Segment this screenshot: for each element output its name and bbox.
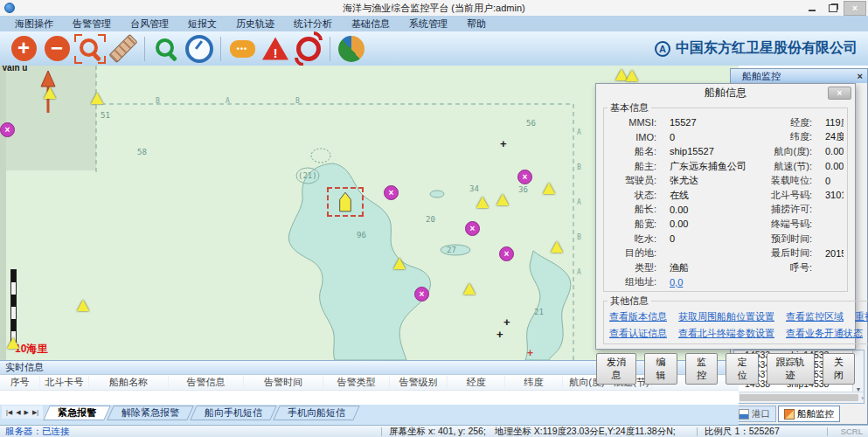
menu-item-history-track[interactable]: 历史轨迹: [226, 17, 284, 31]
search-icon[interactable]: [149, 33, 183, 65]
ship-info-row: 船主:广东远东捕鱼公司航速(节):0.00: [608, 159, 844, 174]
field-label: 纬度:: [747, 130, 812, 143]
ship-x-marker[interactable]: ×: [0, 122, 15, 137]
map-scale-label: 10海里: [15, 342, 47, 357]
ship-marker[interactable]: [551, 241, 563, 253]
tab-phone-to-ship-sms[interactable]: 手机向船短信: [273, 406, 360, 420]
chart-cross-symbol: +: [503, 317, 510, 327]
field-value: 119度35.40分E: [812, 116, 844, 129]
ship-x-marker[interactable]: ×: [384, 185, 399, 200]
toolbar-separator: [144, 37, 145, 61]
monitor-button[interactable]: 监控: [685, 353, 718, 385]
fetch-around-ships-position-setting-link[interactable]: 获取周围船舶位置设置: [678, 310, 774, 323]
company-name: 中国东方红卫星股份有限公司: [676, 39, 858, 58]
ship-marker[interactable]: [7, 337, 19, 349]
measure-ruler-icon[interactable]: [107, 33, 140, 65]
depth-label: 56: [526, 119, 536, 128]
scroll-right-icon[interactable]: ›: [861, 394, 864, 402]
zoom-in-icon[interactable]: +: [7, 33, 40, 65]
column-header-3[interactable]: 告警信息: [169, 376, 244, 389]
depth-label: (21): [298, 171, 317, 180]
menu-item-system-management[interactable]: 系统管理: [399, 17, 457, 31]
toolbar: +−•••! A 中国东方红卫星股份有限公司: [0, 31, 868, 66]
menu-item-typhoon-management[interactable]: 台风管理: [121, 17, 178, 31]
menu-item-map-operations[interactable]: 海图操作: [5, 17, 63, 31]
tab-ship-to-phone-sms[interactable]: 船向手机短信: [190, 406, 277, 420]
reinitialize-link[interactable]: 重初始化: [855, 310, 868, 323]
panel-tab-port[interactable]: 港口: [733, 406, 776, 422]
tab-emergency-alarm[interactable]: 紧急报警: [43, 406, 111, 420]
cable-symbol-label: B: [577, 233, 581, 241]
statistics-pie-icon[interactable]: [335, 33, 368, 65]
ship-marker[interactable]: [393, 258, 406, 269]
column-header-5[interactable]: 告警类型: [323, 376, 390, 389]
edit-button[interactable]: 编辑: [644, 353, 677, 385]
cable-symbol-label: A: [577, 128, 581, 136]
ship-marker[interactable]: [626, 70, 638, 81]
column-header-7[interactable]: 经度: [448, 376, 505, 389]
menu-item-alarm-management[interactable]: 告警管理: [63, 17, 121, 31]
restore-button[interactable]: [823, 2, 844, 15]
view-service-open-status-link[interactable]: 查看业务开通状态: [786, 327, 863, 340]
basic-info-group: 基本信息 MMSI:15527经度:119度35.40分EIMO:0纬度:24度…: [603, 101, 848, 292]
view-monitor-region-link[interactable]: 查看监控区域: [786, 310, 844, 323]
ship-marker[interactable]: [77, 300, 89, 311]
column-header-8[interactable]: 纬度: [505, 376, 563, 389]
ship-x-marker[interactable]: ×: [414, 287, 429, 302]
field-value: 0.00: [656, 218, 747, 229]
track-button[interactable]: 跟踪轨迹: [767, 353, 815, 385]
column-header-1[interactable]: 北斗卡号: [40, 376, 89, 389]
field-label: 船名:: [608, 145, 656, 158]
column-header-2[interactable]: 船舶名称: [89, 376, 169, 389]
scroll-thumb[interactable]: [740, 394, 859, 401]
panel-tab-ship-monitor[interactable]: 船舶监控: [778, 406, 840, 422]
compass-icon[interactable]: [183, 33, 216, 65]
column-header-0[interactable]: 序号: [0, 376, 40, 389]
ship-marker[interactable]: [44, 87, 56, 99]
menu-item-statistical-analysis[interactable]: 统计分析: [284, 17, 342, 31]
menu-item-basic-information[interactable]: 基础信息: [342, 17, 399, 31]
field-label: 船主:: [608, 160, 656, 173]
column-header-4[interactable]: 告警时间: [244, 376, 323, 389]
tab-nav-button[interactable]: ▶: [24, 409, 29, 416]
ship-info-row: IMO:0纬度:24度15.60分N: [608, 130, 844, 145]
column-header-6[interactable]: 告警级别: [390, 376, 448, 389]
zoom-out-icon[interactable]: −: [40, 33, 73, 65]
field-label: 预到时间:: [747, 232, 812, 246]
ship-x-marker[interactable]: ×: [499, 246, 514, 261]
minimize-button[interactable]: [802, 2, 823, 15]
tab-nav-button[interactable]: |◀: [6, 409, 12, 416]
group-address-link[interactable]: 0,0: [656, 277, 747, 288]
message-icon[interactable]: •••: [226, 33, 259, 65]
send-message-button[interactable]: 发消息: [596, 353, 636, 385]
tab-nav-button[interactable]: ◀: [16, 409, 20, 416]
ship-info-row: 驾驶员:张尤达装载吨位:0: [608, 173, 844, 188]
selected-ship-marker[interactable]: [327, 187, 364, 217]
ship-x-marker[interactable]: ×: [465, 221, 480, 236]
ship-marker[interactable]: [91, 93, 103, 104]
locate-button[interactable]: 定位: [726, 353, 758, 385]
ship-marker[interactable]: [476, 197, 489, 208]
ship-marker[interactable]: [463, 283, 476, 295]
view-beidou-terminal-params-link[interactable]: 查看北斗终端参数设置: [678, 327, 774, 340]
ship-list-horizontal-scrollbar[interactable]: ‹ ›: [734, 392, 864, 403]
tab-cancel-emergency-alarm[interactable]: 解除紧急报警: [107, 406, 194, 420]
box-zoom-icon[interactable]: [73, 33, 107, 65]
ship-monitor-close-icon[interactable]: ×: [858, 71, 863, 81]
view-version-info-link[interactable]: 查看版本信息: [609, 310, 667, 323]
alarm-warning-icon[interactable]: !: [259, 33, 292, 65]
ship-marker[interactable]: [496, 194, 509, 205]
ship-info-row: 吃水:0预到时间:: [608, 232, 844, 246]
typhoon-icon[interactable]: [292, 33, 325, 65]
tab-nav-button[interactable]: ▶|: [32, 409, 38, 416]
ship-info-close-button[interactable]: ×: [828, 87, 851, 100]
ship-marker[interactable]: [543, 183, 555, 194]
close-button[interactable]: 关闭: [823, 353, 855, 385]
menu-item-short-message[interactable]: 短报文: [178, 17, 226, 31]
close-button[interactable]: ×: [844, 1, 866, 16]
ship-x-marker[interactable]: ×: [517, 170, 532, 184]
depth-label: 36: [518, 185, 528, 194]
view-auth-info-link[interactable]: 查看认证信息: [609, 327, 667, 340]
depth-label: 51: [101, 111, 110, 120]
menu-item-help[interactable]: 帮助: [457, 17, 496, 31]
